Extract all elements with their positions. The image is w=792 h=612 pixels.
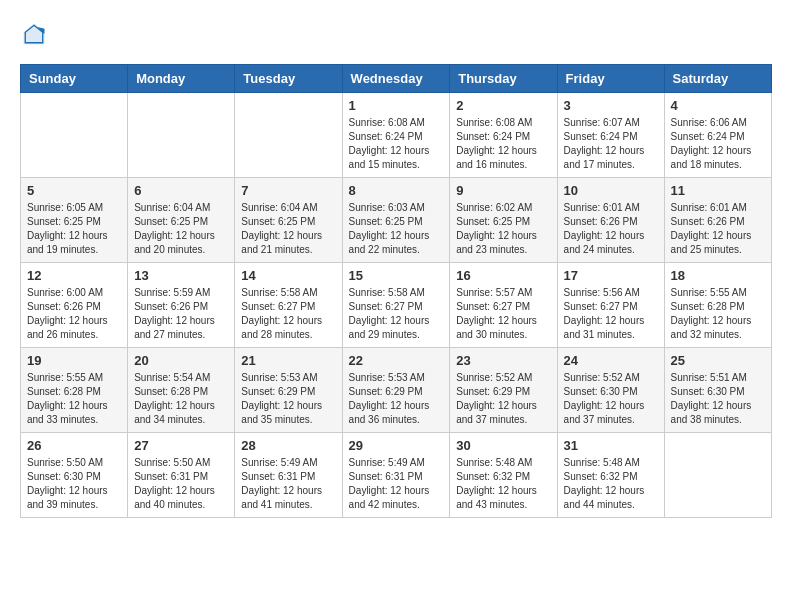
day-number: 17 [564,268,658,283]
day-number: 3 [564,98,658,113]
day-number: 20 [134,353,228,368]
day-info: Sunrise: 6:01 AM Sunset: 6:26 PM Dayligh… [564,201,658,257]
day-number: 12 [27,268,121,283]
day-number: 2 [456,98,550,113]
calendar-day-header: Wednesday [342,65,450,93]
day-number: 8 [349,183,444,198]
day-info: Sunrise: 5:52 AM Sunset: 6:30 PM Dayligh… [564,371,658,427]
day-info: Sunrise: 5:52 AM Sunset: 6:29 PM Dayligh… [456,371,550,427]
calendar-cell: 13Sunrise: 5:59 AM Sunset: 6:26 PM Dayli… [128,263,235,348]
calendar-cell: 10Sunrise: 6:01 AM Sunset: 6:26 PM Dayli… [557,178,664,263]
calendar-table: SundayMondayTuesdayWednesdayThursdayFrid… [20,64,772,518]
day-info: Sunrise: 6:07 AM Sunset: 6:24 PM Dayligh… [564,116,658,172]
svg-marker-0 [24,24,45,45]
day-number: 7 [241,183,335,198]
calendar-cell [235,93,342,178]
day-number: 30 [456,438,550,453]
calendar-cell: 29Sunrise: 5:49 AM Sunset: 6:31 PM Dayli… [342,433,450,518]
calendar-cell: 1Sunrise: 6:08 AM Sunset: 6:24 PM Daylig… [342,93,450,178]
calendar-cell: 19Sunrise: 5:55 AM Sunset: 6:28 PM Dayli… [21,348,128,433]
calendar-cell: 28Sunrise: 5:49 AM Sunset: 6:31 PM Dayli… [235,433,342,518]
calendar-cell: 2Sunrise: 6:08 AM Sunset: 6:24 PM Daylig… [450,93,557,178]
day-info: Sunrise: 6:08 AM Sunset: 6:24 PM Dayligh… [456,116,550,172]
calendar-cell: 27Sunrise: 5:50 AM Sunset: 6:31 PM Dayli… [128,433,235,518]
day-number: 21 [241,353,335,368]
calendar-week-row: 19Sunrise: 5:55 AM Sunset: 6:28 PM Dayli… [21,348,772,433]
calendar-cell: 24Sunrise: 5:52 AM Sunset: 6:30 PM Dayli… [557,348,664,433]
day-info: Sunrise: 6:00 AM Sunset: 6:26 PM Dayligh… [27,286,121,342]
calendar-cell: 15Sunrise: 5:58 AM Sunset: 6:27 PM Dayli… [342,263,450,348]
calendar-cell: 17Sunrise: 5:56 AM Sunset: 6:27 PM Dayli… [557,263,664,348]
day-number: 9 [456,183,550,198]
calendar-cell: 30Sunrise: 5:48 AM Sunset: 6:32 PM Dayli… [450,433,557,518]
calendar-day-header: Friday [557,65,664,93]
calendar-cell: 3Sunrise: 6:07 AM Sunset: 6:24 PM Daylig… [557,93,664,178]
day-number: 14 [241,268,335,283]
calendar-day-header: Sunday [21,65,128,93]
day-info: Sunrise: 5:59 AM Sunset: 6:26 PM Dayligh… [134,286,228,342]
calendar-day-header: Saturday [664,65,771,93]
day-info: Sunrise: 5:50 AM Sunset: 6:30 PM Dayligh… [27,456,121,512]
day-number: 4 [671,98,765,113]
day-number: 27 [134,438,228,453]
calendar-week-row: 1Sunrise: 6:08 AM Sunset: 6:24 PM Daylig… [21,93,772,178]
page-header [20,20,772,48]
calendar-cell: 20Sunrise: 5:54 AM Sunset: 6:28 PM Dayli… [128,348,235,433]
day-info: Sunrise: 6:02 AM Sunset: 6:25 PM Dayligh… [456,201,550,257]
logo-icon [20,20,48,48]
day-info: Sunrise: 6:04 AM Sunset: 6:25 PM Dayligh… [241,201,335,257]
day-number: 1 [349,98,444,113]
day-number: 18 [671,268,765,283]
logo [20,20,52,48]
day-info: Sunrise: 5:55 AM Sunset: 6:28 PM Dayligh… [671,286,765,342]
day-number: 11 [671,183,765,198]
day-info: Sunrise: 5:50 AM Sunset: 6:31 PM Dayligh… [134,456,228,512]
calendar-day-header: Tuesday [235,65,342,93]
calendar-day-header: Monday [128,65,235,93]
day-info: Sunrise: 5:58 AM Sunset: 6:27 PM Dayligh… [349,286,444,342]
day-number: 28 [241,438,335,453]
calendar-cell [664,433,771,518]
day-number: 25 [671,353,765,368]
day-number: 6 [134,183,228,198]
day-info: Sunrise: 6:05 AM Sunset: 6:25 PM Dayligh… [27,201,121,257]
day-info: Sunrise: 5:53 AM Sunset: 6:29 PM Dayligh… [241,371,335,427]
calendar-cell: 23Sunrise: 5:52 AM Sunset: 6:29 PM Dayli… [450,348,557,433]
day-info: Sunrise: 5:56 AM Sunset: 6:27 PM Dayligh… [564,286,658,342]
calendar-cell: 7Sunrise: 6:04 AM Sunset: 6:25 PM Daylig… [235,178,342,263]
calendar-cell: 25Sunrise: 5:51 AM Sunset: 6:30 PM Dayli… [664,348,771,433]
calendar-cell [21,93,128,178]
day-info: Sunrise: 6:06 AM Sunset: 6:24 PM Dayligh… [671,116,765,172]
day-number: 24 [564,353,658,368]
calendar-cell [128,93,235,178]
calendar-cell: 18Sunrise: 5:55 AM Sunset: 6:28 PM Dayli… [664,263,771,348]
day-number: 29 [349,438,444,453]
day-number: 13 [134,268,228,283]
calendar-day-header: Thursday [450,65,557,93]
day-info: Sunrise: 6:01 AM Sunset: 6:26 PM Dayligh… [671,201,765,257]
calendar-cell: 4Sunrise: 6:06 AM Sunset: 6:24 PM Daylig… [664,93,771,178]
calendar-cell: 8Sunrise: 6:03 AM Sunset: 6:25 PM Daylig… [342,178,450,263]
day-info: Sunrise: 5:54 AM Sunset: 6:28 PM Dayligh… [134,371,228,427]
calendar-cell: 22Sunrise: 5:53 AM Sunset: 6:29 PM Dayli… [342,348,450,433]
calendar-cell: 14Sunrise: 5:58 AM Sunset: 6:27 PM Dayli… [235,263,342,348]
day-info: Sunrise: 5:58 AM Sunset: 6:27 PM Dayligh… [241,286,335,342]
day-info: Sunrise: 6:04 AM Sunset: 6:25 PM Dayligh… [134,201,228,257]
calendar-cell: 21Sunrise: 5:53 AM Sunset: 6:29 PM Dayli… [235,348,342,433]
day-number: 5 [27,183,121,198]
calendar-week-row: 26Sunrise: 5:50 AM Sunset: 6:30 PM Dayli… [21,433,772,518]
day-info: Sunrise: 5:51 AM Sunset: 6:30 PM Dayligh… [671,371,765,427]
calendar-week-row: 12Sunrise: 6:00 AM Sunset: 6:26 PM Dayli… [21,263,772,348]
calendar-cell: 31Sunrise: 5:48 AM Sunset: 6:32 PM Dayli… [557,433,664,518]
day-number: 31 [564,438,658,453]
calendar-cell: 12Sunrise: 6:00 AM Sunset: 6:26 PM Dayli… [21,263,128,348]
calendar-week-row: 5Sunrise: 6:05 AM Sunset: 6:25 PM Daylig… [21,178,772,263]
day-info: Sunrise: 5:53 AM Sunset: 6:29 PM Dayligh… [349,371,444,427]
day-number: 10 [564,183,658,198]
day-number: 26 [27,438,121,453]
day-info: Sunrise: 5:57 AM Sunset: 6:27 PM Dayligh… [456,286,550,342]
calendar-cell: 11Sunrise: 6:01 AM Sunset: 6:26 PM Dayli… [664,178,771,263]
day-info: Sunrise: 6:03 AM Sunset: 6:25 PM Dayligh… [349,201,444,257]
calendar-header-row: SundayMondayTuesdayWednesdayThursdayFrid… [21,65,772,93]
day-info: Sunrise: 5:49 AM Sunset: 6:31 PM Dayligh… [241,456,335,512]
